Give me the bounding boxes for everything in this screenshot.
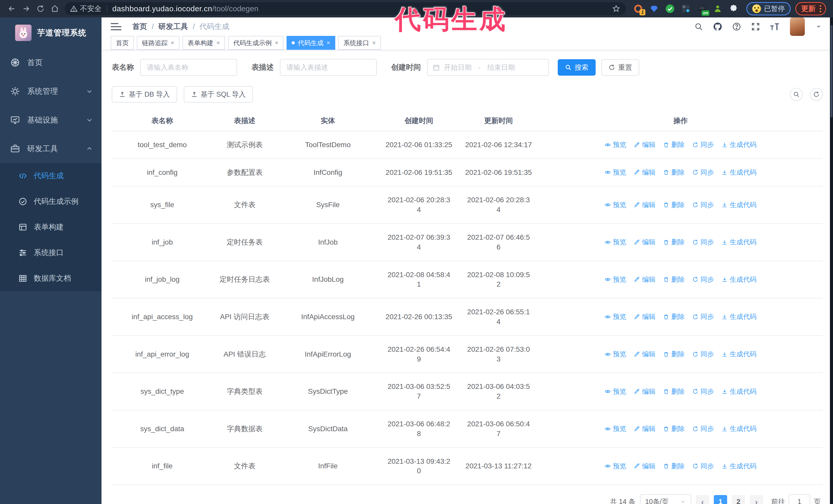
edit-link[interactable]: 编辑	[634, 462, 656, 471]
table-row[interactable]: inf_config 参数配置表 InfConfig 2021-02-06 19…	[112, 159, 823, 187]
table-row[interactable]: sys_dict_data 字典数据表 SysDictData 2021-03-…	[112, 410, 823, 448]
generate-code-link[interactable]: 生成代码	[721, 350, 756, 359]
sync-link[interactable]: 同步	[692, 238, 714, 247]
tab-system-api[interactable]: 系统接口×	[338, 36, 381, 50]
preview-link[interactable]: 预览	[604, 424, 626, 433]
table-row[interactable]: inf_file 文件表 InfFile 2021-03-13 09:43:2 …	[112, 448, 823, 485]
delete-link[interactable]: 删除	[663, 168, 685, 177]
delete-link[interactable]: 删除	[663, 424, 685, 433]
sidebar-item-infra[interactable]: 基础设施	[0, 105, 101, 134]
table-row[interactable]: inf_job 定时任务表 InfJob 2021-02-07 06:39:3 …	[112, 224, 823, 261]
table-row[interactable]: inf_api_error_log API 错误日志 InfApiErrorLo…	[112, 336, 823, 373]
delete-link[interactable]: 删除	[663, 140, 685, 149]
delete-link[interactable]: 删除	[663, 462, 685, 471]
sync-link[interactable]: 同步	[692, 424, 714, 433]
table-row[interactable]: tool_test_demo 测试示例表 ToolTestDemo 2021-0…	[112, 131, 823, 159]
close-icon[interactable]: ×	[275, 39, 278, 46]
window-scrollbar[interactable]	[830, 18, 833, 504]
update-button[interactable]: 更新	[795, 2, 826, 16]
logo-row[interactable]: 芋道管理系统	[0, 18, 101, 48]
tab-codegen[interactable]: 代码生成×	[287, 36, 335, 50]
edit-link[interactable]: 编辑	[634, 424, 656, 433]
import-sql-button[interactable]: 基于 SQL 导入	[184, 86, 253, 102]
paused-badge[interactable]: 已暂停	[746, 2, 791, 16]
browser-home-icon[interactable]	[48, 2, 62, 16]
tab-codegen-example[interactable]: 代码生成示例×	[228, 36, 284, 50]
table-row[interactable]: inf_api_access_log API 访问日志表 InfApiAcces…	[112, 298, 823, 336]
close-icon[interactable]: ×	[171, 39, 174, 46]
generate-code-link[interactable]: 生成代码	[721, 387, 756, 396]
sidebar-item-form-builder[interactable]: 表单构建	[0, 214, 101, 240]
delete-link[interactable]: 删除	[663, 312, 685, 321]
generate-code-link[interactable]: 生成代码	[721, 200, 756, 210]
sidebar-item-system[interactable]: 系统管理	[0, 77, 101, 105]
extension-gem-icon[interactable]	[649, 4, 659, 14]
tab-home[interactable]: 首页	[111, 36, 134, 50]
close-icon[interactable]: ×	[327, 39, 330, 46]
table-row[interactable]: sys_file 文件表 SysFile 2021-02-06 20:28:3 …	[112, 186, 823, 224]
browser-reload-icon[interactable]	[33, 2, 48, 16]
generate-code-link[interactable]: 生成代码	[721, 168, 756, 177]
generate-code-link[interactable]: 生成代码	[721, 462, 756, 471]
edit-link[interactable]: 编辑	[634, 200, 656, 210]
refresh-table-button[interactable]	[810, 88, 823, 101]
extension-grid-icon[interactable]	[681, 4, 691, 14]
generate-code-link[interactable]: 生成代码	[721, 140, 756, 149]
edit-link[interactable]: 编辑	[634, 312, 656, 321]
preview-link[interactable]: 预览	[604, 312, 626, 321]
sync-link[interactable]: 同步	[692, 200, 714, 210]
toggle-search-button[interactable]	[790, 88, 803, 101]
user-menu-caret-icon[interactable]	[813, 22, 824, 32]
font-size-icon[interactable]	[769, 22, 780, 32]
edit-link[interactable]: 编辑	[634, 168, 656, 177]
sidebar-item-home[interactable]: 首页	[0, 48, 101, 77]
breadcrumb-group[interactable]: 研发工具	[159, 22, 188, 32]
generate-code-link[interactable]: 生成代码	[721, 424, 756, 433]
github-icon[interactable]	[713, 22, 723, 32]
preview-link[interactable]: 预览	[604, 462, 626, 471]
collapse-sidebar-icon[interactable]	[111, 22, 122, 32]
edit-link[interactable]: 编辑	[634, 350, 656, 359]
preview-link[interactable]: 预览	[604, 200, 626, 210]
delete-link[interactable]: 删除	[663, 387, 685, 396]
preview-link[interactable]: 预览	[604, 238, 626, 247]
sidebar-item-db-doc[interactable]: 数据库文档	[0, 266, 101, 291]
reset-button[interactable]: 重置	[601, 59, 639, 76]
delete-link[interactable]: 删除	[663, 200, 685, 210]
sync-link[interactable]: 同步	[692, 168, 714, 177]
help-icon[interactable]	[732, 22, 742, 32]
extension-on-icon[interactable]: on	[697, 4, 707, 14]
sync-link[interactable]: 同步	[692, 140, 714, 149]
user-avatar[interactable]	[790, 18, 805, 36]
bookmark-star-icon[interactable]	[612, 5, 620, 13]
browser-menu-icon[interactable]	[820, 5, 821, 12]
sidebar-item-devtools[interactable]: 研发工具	[0, 134, 101, 163]
page-button-1[interactable]: 1	[714, 495, 727, 504]
table-row[interactable]: sys_dict_type 字典类型表 SysDictType 2021-03-…	[112, 373, 823, 410]
browser-forward-icon[interactable]	[19, 2, 33, 16]
preview-link[interactable]: 预览	[604, 140, 626, 149]
sync-link[interactable]: 同步	[692, 312, 714, 321]
next-page-button[interactable]: ›	[750, 495, 763, 504]
edit-link[interactable]: 编辑	[634, 140, 656, 149]
sidebar-item-codegen-example[interactable]: 代码生成示例	[0, 189, 101, 214]
table-name-input[interactable]	[140, 59, 237, 76]
breadcrumb-home[interactable]: 首页	[132, 22, 147, 32]
preview-link[interactable]: 预览	[604, 275, 626, 284]
goto-page-input[interactable]	[789, 494, 810, 504]
search-icon[interactable]	[694, 22, 704, 32]
generate-code-link[interactable]: 生成代码	[721, 275, 756, 284]
extension-check-icon[interactable]	[665, 4, 675, 14]
tab-tracing[interactable]: 链路追踪×	[137, 36, 180, 50]
close-icon[interactable]: ×	[372, 39, 376, 46]
preview-link[interactable]: 预览	[604, 387, 626, 396]
edit-link[interactable]: 编辑	[634, 275, 656, 284]
sync-link[interactable]: 同步	[692, 350, 714, 359]
search-button[interactable]: 搜索	[558, 59, 596, 76]
extensions-puzzle-icon[interactable]	[729, 4, 739, 14]
fullscreen-icon[interactable]	[751, 22, 761, 32]
preview-link[interactable]: 预览	[604, 350, 626, 359]
scrollbar-thumb[interactable]	[830, 25, 832, 117]
delete-link[interactable]: 删除	[663, 238, 685, 247]
page-button-2[interactable]: 2	[732, 495, 745, 504]
